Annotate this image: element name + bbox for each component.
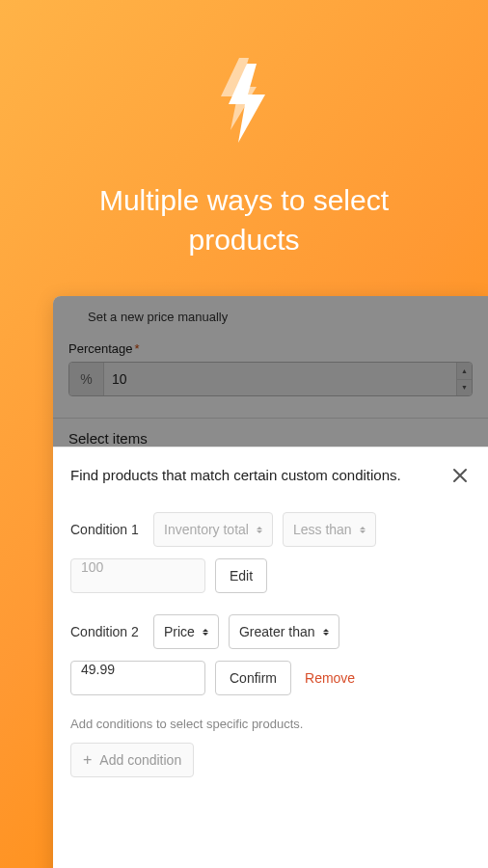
stepper-down-icon[interactable]: ▼ xyxy=(457,379,472,396)
modal-body: Condition 1 Inventory total Less than 10… xyxy=(53,502,488,797)
condition-1-operator-select[interactable]: Less than xyxy=(283,512,376,547)
close-button[interactable] xyxy=(449,465,471,489)
condition-2-label: Condition 2 xyxy=(70,624,144,639)
sort-icon xyxy=(257,527,262,533)
condition-1-field-select[interactable]: Inventory total xyxy=(153,512,273,547)
condition-2-value-input[interactable]: 49.99 xyxy=(70,661,205,695)
sort-icon xyxy=(360,527,366,533)
sort-icon xyxy=(203,629,208,636)
plus-icon: + xyxy=(83,752,92,768)
condition-1: Condition 1 Inventory total Less than 10… xyxy=(70,512,471,593)
required-asterisk: * xyxy=(135,341,140,356)
hero-title: Multiple ways to select products xyxy=(70,181,418,259)
condition-2: Condition 2 Price Greater than 49.99 Con… xyxy=(70,614,471,695)
helper-text: Add conditions to select specific produc… xyxy=(70,717,471,731)
close-icon xyxy=(451,467,469,484)
condition-1-value-input[interactable]: 100 xyxy=(70,558,205,593)
background-card: Set a new price manually Percentage* % 1… xyxy=(53,296,488,868)
hero: Multiple ways to select products xyxy=(0,0,488,259)
edit-button[interactable]: Edit xyxy=(215,558,267,593)
stepper-up-icon[interactable]: ▲ xyxy=(457,363,472,379)
bolt-icon xyxy=(19,58,469,143)
percentage-label: Percentage* xyxy=(68,341,473,356)
condition-1-label: Condition 1 xyxy=(70,522,144,537)
sort-icon xyxy=(323,629,329,636)
add-condition-button[interactable]: + Add condition xyxy=(70,743,194,777)
remove-button[interactable]: Remove xyxy=(301,670,359,686)
percentage-input[interactable]: % 10 ▲ ▼ xyxy=(68,362,473,396)
dimmed-background: Set a new price manually Percentage* % 1… xyxy=(53,296,488,466)
modal-header: Find products that match certain custom … xyxy=(53,448,488,502)
number-stepper[interactable]: ▲ ▼ xyxy=(456,363,472,395)
condition-2-operator-select[interactable]: Greater than xyxy=(229,614,339,649)
divider xyxy=(53,418,488,419)
confirm-button[interactable]: Confirm xyxy=(215,661,291,695)
select-items-heading: Select items xyxy=(68,430,473,447)
radio-set-price-manually[interactable]: Set a new price manually xyxy=(88,310,473,324)
modal-title: Find products that match certain custom … xyxy=(70,465,438,485)
percentage-prefix: % xyxy=(69,363,104,395)
percentage-value: 10 xyxy=(104,363,456,395)
condition-2-field-select[interactable]: Price xyxy=(153,614,219,649)
radio-option-label: Set a new price manually xyxy=(88,310,228,324)
conditions-modal: Find products that match certain custom … xyxy=(53,447,488,868)
